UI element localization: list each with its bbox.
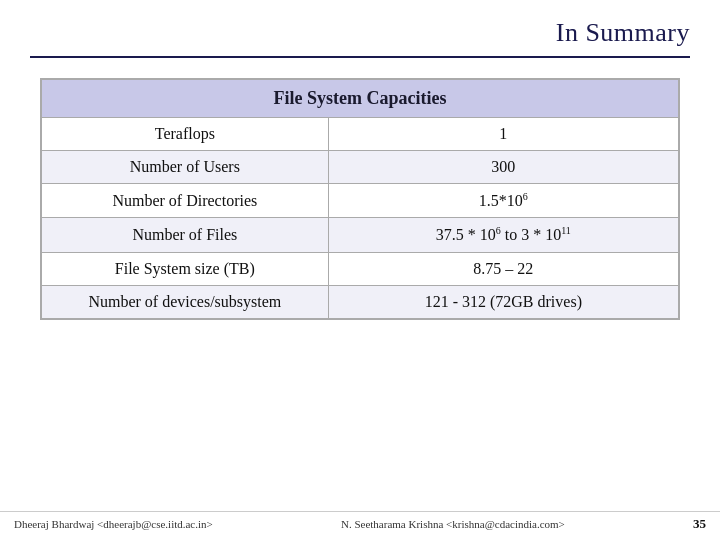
footer-page-number: 35 <box>693 516 706 532</box>
table-cell-value: 1 <box>328 118 678 151</box>
table-row: Number of Files37.5 * 106 to 3 * 1011 <box>42 218 679 252</box>
capacities-table: File System Capacities Teraflops1Number … <box>41 79 679 319</box>
table-cell-label: Teraflops <box>42 118 329 151</box>
table-header-cell: File System Capacities <box>42 80 679 118</box>
table-cell-value: 121 - 312 (72GB drives) <box>328 285 678 318</box>
table-row: Number of Users300 <box>42 151 679 184</box>
table-cell-value: 37.5 * 106 to 3 * 1011 <box>328 218 678 252</box>
table-header-row: File System Capacities <box>42 80 679 118</box>
capacities-table-container: File System Capacities Teraflops1Number … <box>40 78 680 320</box>
footer-center: N. Seetharama Krishna <krishna@cdacindia… <box>341 518 565 530</box>
footer-left: Dheeraj Bhardwaj <dheerajb@cse.iitd.ac.i… <box>14 518 213 530</box>
table-cell-label: Number of Users <box>42 151 329 184</box>
table-row: Number of Directories1.5*106 <box>42 184 679 218</box>
table-cell-label: Number of Directories <box>42 184 329 218</box>
table-row: Teraflops1 <box>42 118 679 151</box>
table-cell-label: File System size (TB) <box>42 252 329 285</box>
table-cell-value: 300 <box>328 151 678 184</box>
table-cell-value: 1.5*106 <box>328 184 678 218</box>
table-cell-label: Number of Files <box>42 218 329 252</box>
table-cell-label: Number of devices/subsystem <box>42 285 329 318</box>
table-cell-value: 8.75 – 22 <box>328 252 678 285</box>
table-row: File System size (TB)8.75 – 22 <box>42 252 679 285</box>
table-row: Number of devices/subsystem121 - 312 (72… <box>42 285 679 318</box>
page-title: In Summary <box>0 0 720 56</box>
footer: Dheeraj Bhardwaj <dheerajb@cse.iitd.ac.i… <box>0 511 720 532</box>
title-divider <box>30 56 690 58</box>
